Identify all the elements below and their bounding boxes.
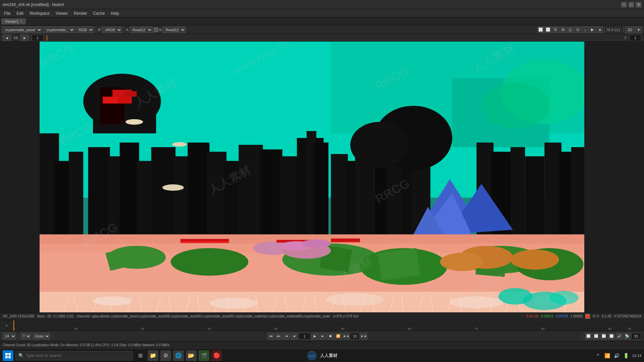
- svg-text:人人: 人人: [309, 354, 315, 358]
- current-frame-input[interactable]: [32, 35, 44, 41]
- display-selector[interactable]: sRGB: [102, 26, 122, 33]
- pb-icon-5[interactable]: 🔊: [616, 333, 623, 340]
- svg-rect-115: [331, 239, 360, 242]
- view-icon-8[interactable]: ▶: [589, 26, 596, 33]
- close-button[interactable]: ✕: [636, 2, 641, 7]
- fps-selector[interactable]: 24: [3, 333, 16, 340]
- color-swatch: [585, 314, 590, 319]
- toolbar-left-group: cryptomatte_asset cryptomatte_ RGB IP sR…: [2, 26, 186, 33]
- svg-point-108: [210, 298, 258, 309]
- step-back-btn[interactable]: ◄: [283, 333, 290, 340]
- channel-status-text: Channel Count: 83 Localization Mode: On …: [3, 343, 169, 347]
- svg-point-68: [511, 249, 559, 269]
- menu-viewer[interactable]: Viewer: [53, 10, 70, 16]
- viewer-tab[interactable]: Viewer1 ×: [1, 18, 26, 24]
- loop-btn[interactable]: 🔂: [335, 333, 341, 340]
- pb-icon-4[interactable]: ⬜: [608, 333, 615, 340]
- start-button[interactable]: [3, 350, 13, 361]
- view-icon-1[interactable]: ⬜: [537, 26, 544, 33]
- a-label: A: [126, 28, 128, 32]
- taskbar-app-files[interactable]: 📂: [186, 350, 197, 361]
- go-to-start-btn[interactable]: ⏮: [268, 333, 274, 340]
- menu-edit[interactable]: Edit: [14, 10, 26, 16]
- menu-file[interactable]: File: [1, 10, 13, 16]
- view-icon-3[interactable]: ☰: [552, 26, 559, 33]
- view-icon-6[interactable]: ⊡: [574, 26, 581, 33]
- svg-point-46: [481, 83, 549, 129]
- center-logo: 人人 人人素材: [307, 350, 337, 361]
- tray-network[interactable]: 📶: [604, 352, 610, 359]
- h-value: H: 0: [593, 314, 599, 318]
- transport-controls: ⏮ ⏭ ◄ ◄ ▶ ► ⏹ 🔂 ◄◄ ►►: [56, 333, 579, 340]
- minimize-button[interactable]: ─: [621, 2, 627, 7]
- status-right: 3.3e+36 0.33614 0.09798 1.00000 H: 0 S:1…: [526, 314, 641, 319]
- stop-btn[interactable]: ⏹: [327, 333, 334, 340]
- transport-frame-display[interactable]: [299, 333, 311, 340]
- view-icon-5[interactable]: ◱: [567, 26, 574, 33]
- tab-bar: Viewer1 ×: [0, 17, 644, 25]
- skip-amount-input[interactable]: [350, 333, 360, 340]
- svg-rect-134: [5, 356, 8, 358]
- title-bar: env240_v04.nk [modified] - NukeX ─ □ ✕: [0, 0, 644, 9]
- prev-frame-btn[interactable]: ◄: [3, 35, 11, 41]
- svg-rect-41: [124, 91, 137, 97]
- task-view-button[interactable]: ⊞: [135, 350, 146, 361]
- scope-selector[interactable]: Global: [33, 333, 50, 340]
- skip-back-btn[interactable]: ◄◄: [342, 333, 349, 340]
- color-channels-selector[interactable]: RGB: [76, 26, 94, 33]
- view-icon-2[interactable]: ⬜: [545, 26, 551, 33]
- search-box[interactable]: 🔍: [15, 351, 133, 360]
- frame-timeline-ruler[interactable]: [46, 35, 622, 41]
- viewer-top-right: ⬜ ⬜ ☰ ⊞ ◱ ⊡ ↕ ▶ ⏸ 76.9 111 2D ▼: [537, 26, 642, 33]
- a-node-selector[interactable]: Read12: [129, 26, 153, 33]
- ab-toggle[interactable]: [154, 27, 158, 32]
- y-value-input[interactable]: [629, 35, 641, 41]
- svg-point-44: [172, 142, 186, 147]
- pb-icon-3[interactable]: ⬜: [600, 333, 607, 340]
- skip-fwd-btn[interactable]: ►►: [361, 333, 367, 340]
- view-icon-7[interactable]: ↕: [582, 26, 588, 33]
- play-back-btn[interactable]: ◄: [291, 333, 298, 340]
- node-selector[interactable]: cryptomatte_asset: [2, 26, 42, 33]
- maximize-button[interactable]: □: [629, 2, 634, 7]
- go-to-end-btn[interactable]: ⏭: [275, 333, 282, 340]
- playback-controls: 24 TF Global ⏮ ⏭ ◄ ◄ ▶ ► ⏹ 🔂 ◄◄ ►► ⬜: [0, 330, 644, 341]
- timeline-pad-label: ▸: [6, 323, 8, 327]
- taskbar-app-red[interactable]: 🔴: [211, 350, 222, 361]
- taskbar-app-browser[interactable]: 🌐: [173, 350, 184, 361]
- taskbar-app-explorer[interactable]: 📁: [148, 350, 158, 361]
- menu-render[interactable]: Render: [71, 10, 90, 16]
- search-input[interactable]: [26, 353, 130, 358]
- tray-chevron[interactable]: ^: [594, 352, 601, 359]
- b-node-selector[interactable]: Read12: [163, 26, 186, 33]
- tray-volume[interactable]: 🔊: [613, 352, 620, 359]
- pb-end-frame[interactable]: [631, 333, 641, 340]
- playback-mode-selector[interactable]: TF: [20, 333, 31, 340]
- svg-rect-64: [378, 248, 420, 281]
- pb-icon-6[interactable]: 📡: [624, 333, 630, 340]
- view-pause-btn[interactable]: ⏸: [596, 26, 603, 33]
- search-icon: 🔍: [18, 353, 24, 358]
- view-2d-btn[interactable]: 2D: [625, 26, 635, 33]
- menu-help[interactable]: Help: [108, 10, 122, 16]
- status-bar: HD_1080 644x362 bbox: -20 -11 1960 110…: [0, 312, 644, 320]
- timeline-ruler[interactable]: 1 10 20 30 40 50 60 70 80 90 91: [13, 320, 637, 330]
- taskbar-app-nuke[interactable]: 🎬: [199, 350, 209, 361]
- taskbar-app-settings[interactable]: ⚙: [160, 350, 171, 361]
- svg-rect-113: [180, 241, 229, 243]
- view-mode-btn[interactable]: ▼: [635, 26, 642, 33]
- svg-point-107: [93, 296, 132, 305]
- pb-icon-1[interactable]: ⬜: [585, 333, 592, 340]
- view-icon-4[interactable]: ⊞: [559, 26, 566, 33]
- play-forward-btn[interactable]: ▶: [312, 333, 318, 340]
- zoom-level: 76.9: [606, 28, 613, 32]
- menu-workspace[interactable]: Workspace: [27, 10, 52, 16]
- s-value: S:1.00: [602, 314, 611, 318]
- next-frame-btn[interactable]: ►: [20, 35, 29, 41]
- channel-selector[interactable]: cryptomatte_: [43, 26, 75, 33]
- tab-close-button[interactable]: ×: [20, 19, 22, 23]
- play-fast-btn[interactable]: ►: [319, 333, 326, 340]
- pb-icon-2[interactable]: ⬜: [593, 333, 599, 340]
- menu-cache[interactable]: Cache: [91, 10, 108, 16]
- tray-battery[interactable]: 🔋: [623, 352, 629, 359]
